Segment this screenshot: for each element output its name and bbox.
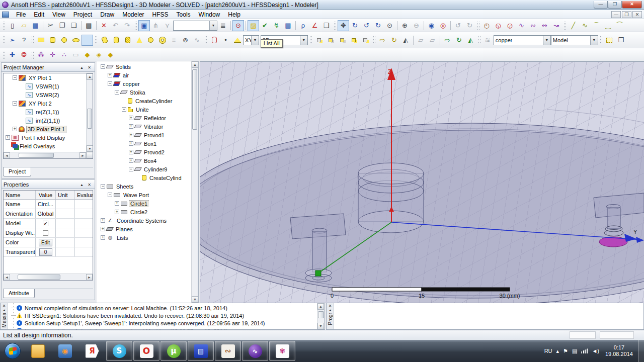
tree-item-air[interactable]: +air	[99, 71, 191, 79]
print-button[interactable]: ▤	[83, 20, 95, 31]
open-button[interactable]: ▱	[18, 20, 30, 31]
expander-collapsed-icon[interactable]: +	[129, 124, 133, 129]
modeler-viewport[interactable]: Z Y 0 15 30 (mm)	[200, 61, 644, 303]
toolbar-grip[interactable]	[204, 36, 207, 45]
toolbar-grip[interactable]	[134, 21, 137, 30]
draw-edge-button[interactable]: ⁀	[614, 20, 625, 31]
tree-item-provod2[interactable]: +Provod2	[99, 148, 191, 156]
project-manager-header[interactable]: Project Manager ▴ ✕	[2, 63, 95, 72]
copy-image-button[interactable]: ❑	[320, 20, 332, 31]
movement-mode-combo-dropdown-icon[interactable]: ▼	[300, 36, 307, 45]
tree-item-wave-port[interactable]: −Wave Port	[99, 191, 191, 199]
skype-icon[interactable]: S	[106, 341, 132, 361]
display-mode-combo[interactable]: Model▼	[551, 35, 598, 45]
expander-expanded-icon[interactable]: −	[101, 64, 105, 69]
intersect-button[interactable]	[337, 35, 348, 46]
copy-button[interactable]: ❐	[56, 20, 68, 31]
scroll-thumb[interactable]	[318, 311, 324, 318]
scroll-down-icon[interactable]: ▼	[87, 145, 93, 152]
expander-collapsed-icon[interactable]: +	[129, 150, 133, 154]
scroll-thumb[interactable]	[19, 153, 54, 158]
language-indicator[interactable]: RU	[544, 348, 552, 354]
tree-label-vibrator[interactable]: Vibrator	[143, 124, 164, 130]
show-desktop-button[interactable]	[638, 340, 644, 362]
message-row[interactable]: !HFSSDesign1: Solutions have been invali…	[11, 312, 317, 319]
analyze-all-button[interactable]: ↯	[271, 20, 282, 31]
mdi-close-button[interactable]: ✕	[632, 11, 642, 18]
model-history-tree-panel[interactable]: −Solids+air−copper−StoikaCreateCylinder−…	[97, 61, 199, 303]
menu-help[interactable]: Help	[224, 11, 245, 19]
color-button[interactable]: Edit	[39, 239, 52, 246]
open-region-button[interactable]: ❒	[615, 35, 627, 46]
tree-item-circle1[interactable]: +Circle1	[99, 199, 191, 208]
duplicate-rotate-button[interactable]: ↻	[453, 35, 465, 46]
save-app-icon[interactable]: ▤	[188, 341, 214, 361]
edit-cs-button[interactable]: ✛	[47, 49, 58, 60]
tree-label-vswr-1[interactable]: VSWR(1)	[35, 83, 60, 89]
sweep-field-2-button[interactable]: ∾	[527, 20, 539, 31]
toolbar-grip[interactable]	[3, 36, 5, 45]
minimize-button[interactable]: —	[594, 1, 608, 9]
offset-button[interactable]: ▱	[415, 35, 427, 46]
explorer-icon[interactable]	[25, 341, 51, 361]
zoom-out-button[interactable]: ⊖	[411, 20, 422, 31]
draw-cylinder-tilt-button[interactable]	[99, 35, 110, 46]
toolbar-grip[interactable]	[309, 36, 312, 45]
project-tree-area[interactable]: −XY Plot 1VSWR(1)VSWR(2)−XY Plot 2re(Z(1…	[3, 73, 93, 159]
media-player-icon[interactable]: ◉	[52, 341, 78, 361]
results-button[interactable]: ∠	[309, 20, 320, 31]
draw-helix-button[interactable]: ⊚	[180, 35, 191, 46]
unite-button[interactable]	[325, 35, 337, 46]
tree-label-coordinate-systems[interactable]: Coordinate Systems	[116, 218, 168, 224]
draw-circle-button[interactable]	[58, 35, 70, 46]
expander-collapsed-icon[interactable]: +	[129, 133, 133, 137]
subtract-button[interactable]	[313, 35, 325, 46]
expander-collapsed-icon[interactable]: +	[6, 135, 10, 140]
edge-cs-button[interactable]: ◆	[105, 49, 116, 60]
tree-label-3d-polar-plot-1[interactable]: 3D Polar Plot 1	[27, 126, 66, 132]
tree-item-reflektor[interactable]: +Reflektor	[99, 114, 191, 122]
menu-hfss[interactable]: HFSS	[148, 11, 173, 19]
drawing-plane-combo[interactable]: XY▼	[243, 35, 259, 45]
history-combo-dropdown-icon[interactable]: ▼	[209, 21, 217, 30]
sweep-field-3-button[interactable]: ↭	[539, 20, 550, 31]
delete-button[interactable]: ✕	[98, 20, 110, 31]
toolbar-grip[interactable]	[564, 21, 566, 30]
rotate-axis-button[interactable]: ↺	[361, 20, 372, 31]
tree-label-provod1[interactable]: Provod1	[143, 132, 166, 138]
zoom-window-button[interactable]: ◉	[426, 20, 437, 31]
network-icon[interactable]	[581, 348, 588, 353]
tree-item-provod1[interactable]: +Provod1	[99, 131, 191, 139]
yandex-icon[interactable]: Я	[79, 341, 105, 361]
expander-expanded-icon[interactable]: −	[13, 101, 17, 106]
duplicate-mirror-button[interactable]: ◭	[465, 35, 476, 46]
tab-project[interactable]: Project	[3, 167, 31, 176]
scroll-right-icon[interactable]: ►	[79, 152, 86, 159]
swirl-app-icon[interactable]: ∾	[215, 341, 241, 361]
draw-udp-button[interactable]	[208, 35, 220, 46]
tree-item-port-field-display[interactable]: +Port Field Display	[4, 133, 86, 142]
context-help-button[interactable]: ➢	[7, 35, 18, 46]
validate-button[interactable]: ✔	[259, 20, 271, 31]
column-unit[interactable]: Unit	[56, 191, 75, 199]
toolbar-grip[interactable]	[478, 36, 480, 45]
whats-this-button[interactable]: ?	[18, 35, 30, 46]
collapse-arrow-icon[interactable]: ◂	[3, 308, 5, 312]
display-mode-combo-dropdown-icon[interactable]: ▼	[590, 36, 598, 45]
tree-item-vibrator[interactable]: +Vibrator	[99, 122, 191, 131]
mdi-document-icon[interactable]	[2, 12, 9, 18]
tree-item-xy-plot-1[interactable]: −XY Plot 1	[4, 73, 86, 82]
expander-expanded-icon[interactable]: −	[101, 184, 105, 189]
utorrent-icon[interactable]: µ	[160, 341, 187, 361]
new-button[interactable]: ▯	[7, 20, 18, 31]
draw-point-button[interactable]: •	[220, 35, 231, 46]
expander-collapsed-icon[interactable]: +	[129, 158, 133, 163]
undo-button[interactable]: ↶	[110, 20, 121, 31]
tree-label-vswr-2[interactable]: VSWR(2)	[35, 92, 60, 98]
view-cs-button[interactable]: ▭	[70, 49, 82, 60]
paste-button[interactable]: ❏	[68, 20, 79, 31]
paint-app-icon[interactable]: ✾	[269, 341, 295, 361]
scroll-thumb[interactable]	[18, 275, 60, 280]
fit-selection-button[interactable]: ⊙	[384, 20, 395, 31]
material-combo-dropdown-icon[interactable]: ▼	[543, 36, 550, 45]
